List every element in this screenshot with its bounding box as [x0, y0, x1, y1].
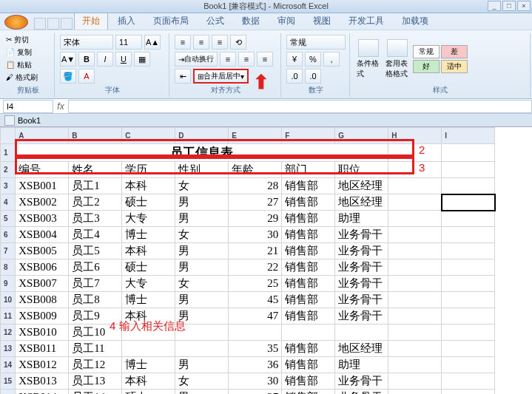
cell[interactable]: 45 — [229, 292, 282, 308]
cell[interactable]: 员工1 — [69, 178, 122, 194]
cell[interactable]: 硕士 — [122, 194, 175, 211]
cell[interactable]: 销售部 — [282, 227, 335, 243]
cell[interactable] — [388, 162, 442, 178]
cell[interactable] — [442, 325, 495, 341]
col-header-D[interactable]: D — [175, 128, 229, 144]
format-painter-button[interactable]: 🖌 格式刷 — [6, 72, 38, 83]
row-header[interactable]: 7 — [1, 243, 16, 259]
cell[interactable]: 销售部 — [282, 341, 335, 357]
merge-center-button[interactable]: ⊞ 合并后居中 ▾ — [193, 69, 249, 84]
align-right-icon[interactable]: ≡ — [257, 52, 273, 67]
cell[interactable]: 员工10 — [69, 325, 122, 341]
cell[interactable]: 销售部 — [282, 308, 335, 325]
col-header-F[interactable]: F — [282, 128, 335, 144]
col-header-C[interactable]: C — [122, 128, 175, 144]
cell[interactable]: 本科 — [122, 243, 175, 259]
tab-dev[interactable]: 开发工具 — [340, 12, 392, 30]
cell[interactable] — [282, 325, 335, 341]
cell[interactable] — [388, 308, 442, 325]
orientation-icon[interactable]: ⟲ — [230, 35, 246, 50]
cell[interactable]: 员工5 — [69, 243, 122, 259]
cell[interactable]: 男 — [175, 292, 229, 308]
cell[interactable] — [388, 292, 442, 308]
cell[interactable]: 员工2 — [69, 194, 122, 211]
style-normal[interactable]: 常规 — [413, 45, 440, 58]
comma-icon[interactable]: , — [323, 52, 340, 67]
cell[interactable]: 销售部 — [282, 243, 335, 259]
cell[interactable]: 业务骨干 — [335, 308, 388, 325]
row-header[interactable]: 9 — [1, 276, 16, 292]
cell[interactable]: 男 — [175, 390, 229, 395]
cell[interactable]: 本科 — [122, 178, 175, 194]
cell[interactable]: XSB003 — [16, 211, 69, 227]
row-header[interactable]: 3 — [1, 178, 16, 194]
col-header-E[interactable]: E — [229, 128, 282, 144]
cell[interactable]: 销售部 — [282, 390, 335, 395]
spreadsheet-grid[interactable]: A B C D E F G H I 1 员工信息表 2 编号 姓名 学历 性别 … — [0, 127, 496, 394]
cell[interactable]: 大专 — [122, 211, 175, 227]
cell[interactable] — [388, 325, 442, 341]
cell[interactable]: 35 — [229, 341, 282, 357]
cell[interactable] — [442, 178, 495, 194]
cell[interactable]: 销售部 — [282, 178, 335, 194]
cell[interactable]: 业务骨干 — [335, 292, 388, 308]
cell[interactable]: 博士 — [122, 227, 175, 243]
cell[interactable]: 21 — [229, 243, 282, 259]
row-header[interactable]: 13 — [1, 341, 16, 357]
align-center-icon[interactable]: ≡ — [238, 52, 255, 67]
minimize-button[interactable]: _ — [488, 1, 501, 11]
cell[interactable]: 编号 — [16, 162, 69, 178]
row-header[interactable]: 12 — [1, 325, 16, 341]
title-cell[interactable]: 员工信息表 — [16, 144, 388, 162]
decrease-font-icon[interactable]: A▼ — [60, 52, 76, 67]
font-size-select[interactable] — [115, 35, 142, 50]
currency-icon[interactable]: ¥ — [286, 52, 303, 67]
cell[interactable] — [442, 259, 495, 276]
cell[interactable]: 员工3 — [69, 211, 122, 227]
cell[interactable]: 27 — [229, 194, 282, 211]
cell[interactable]: XSB002 — [16, 194, 69, 211]
cell[interactable]: 硕士 — [122, 390, 175, 395]
close-button[interactable]: × — [517, 1, 531, 11]
wrap-text-button[interactable]: ⇥ 自动换行 — [175, 52, 218, 67]
number-format-select[interactable] — [286, 35, 346, 50]
italic-button[interactable]: I — [97, 52, 113, 67]
align-left-icon[interactable]: ≡ — [220, 52, 236, 67]
cell[interactable]: 本科 — [122, 308, 175, 325]
bold-button[interactable]: B — [78, 52, 95, 67]
underline-button[interactable]: U — [115, 52, 132, 67]
cell[interactable]: XSB001 — [16, 178, 69, 194]
row-header[interactable]: 14 — [1, 357, 16, 373]
cell[interactable]: 业务骨干 — [335, 390, 388, 395]
col-header-I[interactable]: I — [442, 128, 495, 144]
font-name-select[interactable] — [60, 35, 113, 50]
cell[interactable]: 部门 — [282, 162, 335, 178]
cell[interactable]: 员工11 — [69, 341, 122, 357]
cell[interactable]: 销售部 — [282, 373, 335, 390]
cell[interactable] — [442, 227, 495, 243]
cell[interactable]: XSB012 — [16, 357, 69, 373]
cell[interactable]: 地区经理 — [335, 341, 388, 357]
cell[interactable]: 女 — [175, 178, 229, 194]
cell[interactable] — [388, 144, 442, 162]
cell[interactable] — [442, 144, 495, 162]
cell[interactable]: 大专 — [122, 276, 175, 292]
row-header[interactable]: 4 — [1, 194, 16, 211]
qa-undo-icon[interactable] — [47, 18, 59, 30]
cell[interactable] — [388, 259, 442, 276]
cell[interactable] — [442, 243, 495, 259]
cell[interactable] — [388, 357, 442, 373]
tab-review[interactable]: 审阅 — [269, 12, 303, 30]
cell[interactable]: 业务骨干 — [335, 243, 388, 259]
cell[interactable]: 销售部 — [282, 211, 335, 227]
col-header-G[interactable]: G — [335, 128, 388, 144]
tab-view[interactable]: 视图 — [305, 12, 339, 30]
cell[interactable]: XSB009 — [16, 308, 69, 325]
align-top-icon[interactable]: ≡ — [175, 35, 191, 50]
inc-decimal-icon[interactable]: .0 — [286, 69, 303, 84]
cell[interactable]: 员工9 — [69, 308, 122, 325]
align-middle-icon[interactable]: ≡ — [193, 35, 209, 50]
cell[interactable]: 销售部 — [282, 292, 335, 308]
cell[interactable]: 业务骨干 — [335, 276, 388, 292]
cell[interactable] — [388, 211, 442, 227]
